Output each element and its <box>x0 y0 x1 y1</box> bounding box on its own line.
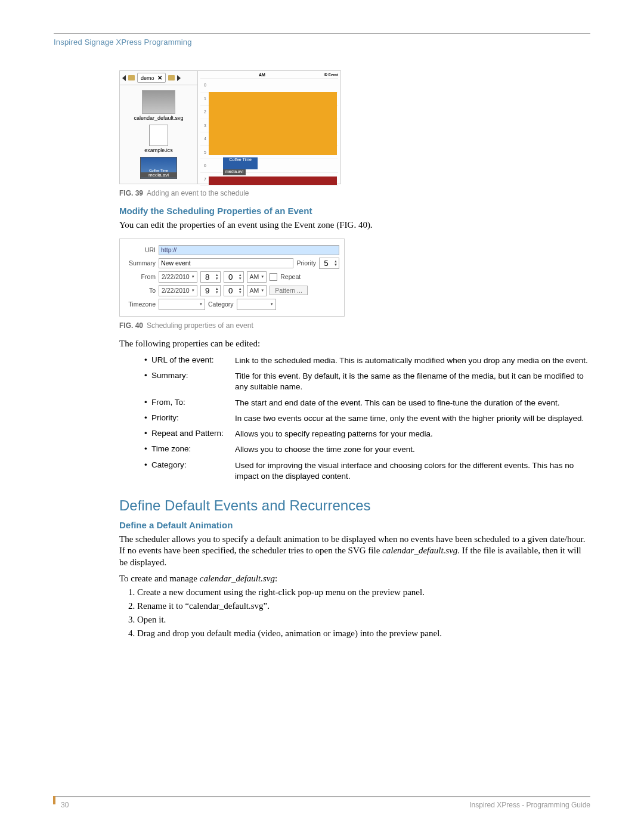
repeat-checkbox[interactable] <box>270 273 277 281</box>
avi-filename: media.avi <box>141 172 177 178</box>
section-define-title: Define Default Events and Recurrences <box>119 497 590 514</box>
priority-spinner[interactable]: ▲▼ <box>319 258 339 269</box>
header-title: Inspired Signage XPress Programming <box>54 38 590 47</box>
thumb-avi: Coffee Time media.avi <box>140 157 177 179</box>
priority-label: Priority <box>296 259 316 267</box>
event-block-coffee: Coffee Time <box>223 157 258 169</box>
summary-label: Summary <box>125 259 156 267</box>
property-list: •URL of the event:Link to the scheduled … <box>144 355 590 482</box>
nav-tab: demo ✕ <box>137 73 166 83</box>
props-intro: The following properties can be edited: <box>119 338 590 350</box>
thumb-ics <box>149 125 168 146</box>
am-label: AM <box>200 73 324 77</box>
thumb-svg <box>142 90 175 114</box>
define-anim-para: The scheduler allows you to specify a de… <box>119 534 590 569</box>
event-media-avi: media.avi <box>223 169 246 175</box>
section-modify-intro: You can edit the properties of an event … <box>119 219 590 231</box>
from-hour-spinner[interactable]: ▲▼ <box>200 271 221 283</box>
footer-title: Inspired XPress - Programming Guide <box>469 801 590 809</box>
fig39-schedule-screenshot: demo ✕ calendar_default.svg example.ics … <box>119 70 341 184</box>
fig40-event-properties: URI Summary Priority ▲▼ From 2/22/2010▼ … <box>119 239 345 317</box>
define-anim-lead: To create and manage calendar_default.sv… <box>119 573 590 585</box>
category-label: Category <box>208 301 234 308</box>
folder-open-icon <box>168 75 175 80</box>
to-label: To <box>125 287 156 294</box>
pattern-button[interactable]: Pattern ... <box>270 286 308 295</box>
repeat-label: Repeat <box>280 273 301 280</box>
steps-list: Create a new document using the right-cl… <box>137 587 590 639</box>
page-footer: 30 Inspired XPress - Programming Guide <box>54 796 590 809</box>
summary-input[interactable] <box>159 258 293 268</box>
uri-input[interactable] <box>159 245 339 255</box>
timezone-label: Timezone <box>125 301 156 308</box>
from-ampm[interactable]: AM▼ <box>247 271 267 283</box>
step-2: Rename it to “calendar_default.svg”. <box>137 601 590 611</box>
section-define-sub: Define a Default Animation <box>119 520 590 530</box>
nav-fwd-icon <box>177 75 181 81</box>
from-min-spinner[interactable]: ▲▼ <box>224 271 244 283</box>
folder-icon <box>128 75 135 80</box>
file-ics-label: example.ics <box>120 147 197 153</box>
event-block-large <box>209 92 337 155</box>
category-dropdown[interactable]: ▼ <box>237 299 276 310</box>
event-block-red <box>209 176 337 185</box>
step-4: Drag and drop you default media (video, … <box>137 628 590 639</box>
uri-label: URI <box>125 246 156 253</box>
to-date[interactable]: 2/22/2010▼ <box>159 285 197 296</box>
id-event-label: ID Event <box>324 73 338 77</box>
from-label: From <box>125 273 156 280</box>
fig39-caption: FIG. 39Adding an event to the schedule <box>119 189 590 197</box>
to-ampm[interactable]: AM▼ <box>247 285 267 296</box>
to-hour-spinner[interactable]: ▲▼ <box>200 285 221 296</box>
step-1: Create a new document using the right-cl… <box>137 587 590 597</box>
section-modify-title: Modify the Scheduling Properties of an E… <box>119 206 590 216</box>
page-number: 30 <box>61 801 69 809</box>
file-nav-bar: demo ✕ <box>120 71 197 85</box>
step-3: Open it. <box>137 615 590 625</box>
timezone-dropdown[interactable]: ▼ <box>159 299 205 310</box>
nav-back-icon <box>122 75 126 81</box>
from-date[interactable]: 2/22/2010▼ <box>159 271 197 283</box>
file-svg-label: calendar_default.svg <box>120 115 197 121</box>
fig40-caption: FIG. 40Scheduling properties of an event <box>119 321 590 330</box>
to-min-spinner[interactable]: ▲▼ <box>224 285 244 296</box>
schedule-grid: 0 1 2 3 4 5 6 7 Coffee Time media.avi <box>200 78 338 181</box>
